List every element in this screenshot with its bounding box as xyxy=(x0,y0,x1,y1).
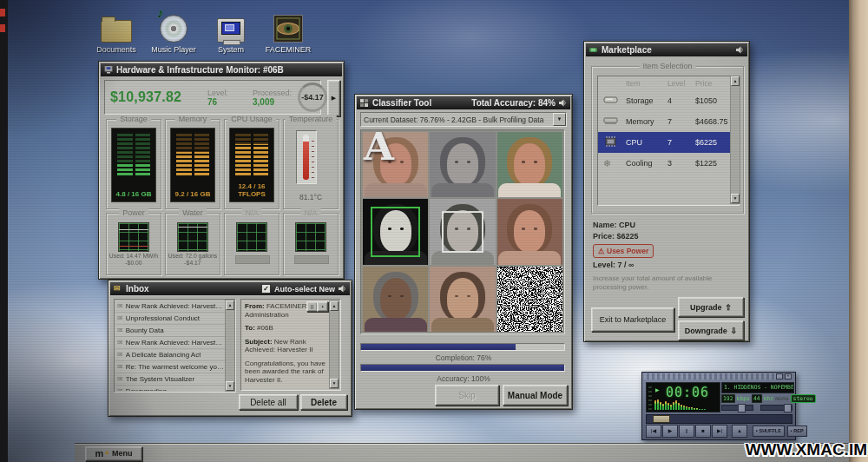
hardware-monitor-window: Hardware & Infrastructure Monitor: #06B … xyxy=(98,61,345,280)
balance-value: $10,937.82 xyxy=(110,89,207,105)
pause-icon[interactable]: || xyxy=(679,425,694,438)
next-icon[interactable]: ▶| xyxy=(712,425,727,438)
manual-mode-button[interactable]: Manual Mode xyxy=(503,385,568,406)
cooling-icon: ❄ xyxy=(603,158,626,169)
seek-handle[interactable] xyxy=(653,415,670,423)
expand-button[interactable]: ▶ xyxy=(327,80,340,116)
market-item-memory[interactable]: Memory7$4668.75 xyxy=(598,111,739,132)
scroll-up-icon[interactable]: ▲ xyxy=(731,76,740,86)
completion-label: Completion: 76% xyxy=(355,353,572,362)
face-image-older-woman[interactable] xyxy=(363,267,428,332)
gauge-reading: 4.8 / 16 GB xyxy=(114,190,154,198)
uses-power-badge: ⚠ Uses Power xyxy=(593,244,654,258)
seek-bar[interactable] xyxy=(646,414,792,424)
scroll-down-icon[interactable]: ▼ xyxy=(731,194,740,203)
desktop-icon-music-player[interactable]: ♪ Music Player xyxy=(145,11,202,54)
gauge-lcd: 12.4 / 16 TFLOPS xyxy=(229,128,274,202)
desktop-icon-documents[interactable]: Documents xyxy=(88,11,145,54)
player-titlebar[interactable]: _ ✕ xyxy=(644,373,793,380)
dataset-dropdown[interactable]: Current Dataset: 76.76% - 2.42GB - Bulk … xyxy=(360,112,567,127)
market-item-cpu[interactable]: CPU7$6225 xyxy=(598,132,739,153)
inbox-message-row[interactable]: ✉The System Visualizer xyxy=(115,373,226,386)
hardware-monitor-titlebar[interactable]: Hardware & Infrastructure Monitor: #06B xyxy=(101,63,342,76)
face-image-man-grayscale[interactable] xyxy=(430,199,495,264)
speaker-icon[interactable] xyxy=(559,99,567,107)
inbox-list-scrollbar[interactable]: ▲ ▼ xyxy=(225,300,235,392)
clutterbar[interactable] xyxy=(648,385,652,410)
eject-icon[interactable]: ▲ xyxy=(732,425,747,438)
balance-slider[interactable] xyxy=(760,405,792,411)
gauge-bars xyxy=(117,134,150,175)
menu-button[interactable]: m✦ Menu xyxy=(85,446,142,461)
inbox-message-row[interactable]: ✉New Rank Achieved: Harveste... xyxy=(115,300,226,313)
meter-label: Power xyxy=(119,208,148,217)
meter-reading: Used: 14.47 MW/h-$0.00 xyxy=(108,253,160,267)
next-message-button[interactable]: ▪ xyxy=(317,301,328,312)
auto-select-checkbox[interactable]: ✓ xyxy=(261,284,271,294)
upgrade-button[interactable]: Upgrade⇧ xyxy=(678,297,744,317)
inbox-message-row[interactable]: ✉Bounty Data xyxy=(115,325,226,337)
thermometer xyxy=(296,130,317,184)
down-arrow-icon: ⇩ xyxy=(731,327,738,335)
speaker-icon[interactable] xyxy=(339,285,346,293)
prev-icon[interactable]: |◀ xyxy=(646,425,661,438)
monitor-left-edge xyxy=(0,0,8,462)
scroll-down-icon[interactable]: ▼ xyxy=(226,381,234,391)
item-name: Memory xyxy=(626,117,667,126)
item-description: Increase your total amount of available … xyxy=(593,274,739,291)
face-image-woman-grayscale[interactable] xyxy=(430,132,495,197)
close-icon[interactable]: ✕ xyxy=(785,373,792,380)
desktop-icon-system[interactable]: System xyxy=(202,11,260,54)
chevron-down-icon[interactable]: ▼ xyxy=(553,113,566,126)
group-label: Item Selection xyxy=(639,62,695,70)
delete-all-button[interactable]: Delete all xyxy=(239,394,298,410)
exit-marketplace-button[interactable]: Exit to Marketplace xyxy=(591,307,674,332)
repeat-button[interactable]: ▪ REP xyxy=(787,426,807,437)
music-note-icon: ♪ xyxy=(157,5,164,20)
face-image-smiling-woman[interactable] xyxy=(430,267,495,332)
inbox-message-row[interactable]: ✉Re: The warmest welcome you'r... xyxy=(115,361,226,373)
color-tint-overlay xyxy=(363,267,428,332)
speaker-icon[interactable] xyxy=(736,46,744,54)
play-icon[interactable]: ▶ xyxy=(662,425,678,438)
chart-line xyxy=(119,229,148,230)
face-image-woman-teal-bg[interactable] xyxy=(497,132,562,197)
item-name: Cooling xyxy=(626,159,667,168)
thermometer-tube xyxy=(303,135,309,180)
color-tint-overlay xyxy=(497,199,562,264)
gauge-label: Temperature xyxy=(286,115,337,123)
face-grid: A xyxy=(360,129,565,334)
desktop-icon-faceminer[interactable]: FACEMINER xyxy=(260,11,317,54)
grade-letter-overlay: A xyxy=(364,132,394,169)
face-image-woman-red-tint[interactable]: A xyxy=(363,132,428,197)
samplerate-unit: khz xyxy=(764,395,774,402)
desktop: Documents ♪ Music Player System FACEMINE… xyxy=(8,0,849,462)
inbox-message-row[interactable]: ✉Unprofessional Conduct xyxy=(115,313,226,325)
face-image-woman-warm-tint[interactable] xyxy=(497,199,562,264)
skip-button[interactable]: Skip xyxy=(435,385,499,406)
classifier-titlebar[interactable]: Classifier Tool Total Accuracy: 84% xyxy=(357,96,570,109)
delete-button[interactable]: Delete xyxy=(300,394,347,410)
inbox-message-row[interactable]: ✉New Rank Achieved: Harvester I xyxy=(115,337,226,349)
market-item-cooling[interactable]: ❄Cooling3$1225 xyxy=(598,153,739,174)
gauge-storage: Storage4.8 / 16 GB xyxy=(106,119,161,209)
volume-slider[interactable] xyxy=(721,405,753,411)
downgrade-button[interactable]: Downgrade⇩ xyxy=(678,320,744,340)
meter-chart xyxy=(295,222,326,252)
market-item-storage[interactable]: Storage4$1050 xyxy=(598,90,739,111)
computer-icon xyxy=(104,66,113,74)
minimize-icon[interactable]: _ xyxy=(776,373,783,380)
market-list-scrollbar[interactable]: ▲ ▼ xyxy=(730,76,740,204)
inbox-message-row[interactable]: ✉Downgrading xyxy=(115,386,226,391)
scroll-down-icon[interactable]: ▼ xyxy=(330,379,339,388)
inbox-message-row[interactable]: ✉A Delicate Balancing Act xyxy=(115,349,226,361)
face-image-man-highcontrast[interactable] xyxy=(363,199,428,264)
face-image-noise-static[interactable] xyxy=(497,267,562,332)
stop-icon[interactable]: ■ xyxy=(695,425,711,438)
inbox-titlebar[interactable]: ✉ Inbox ✓ Auto-select New xyxy=(110,282,350,295)
message-scrollbar[interactable]: ▲ ▼ xyxy=(329,300,339,389)
shuffle-button[interactable]: ▪ SHUFFLE xyxy=(753,426,785,437)
scroll-up-icon[interactable]: ▲ xyxy=(226,300,234,310)
scroll-up-icon[interactable]: ▲ xyxy=(330,301,339,311)
marketplace-titlebar[interactable]: Marketplace xyxy=(586,43,747,56)
